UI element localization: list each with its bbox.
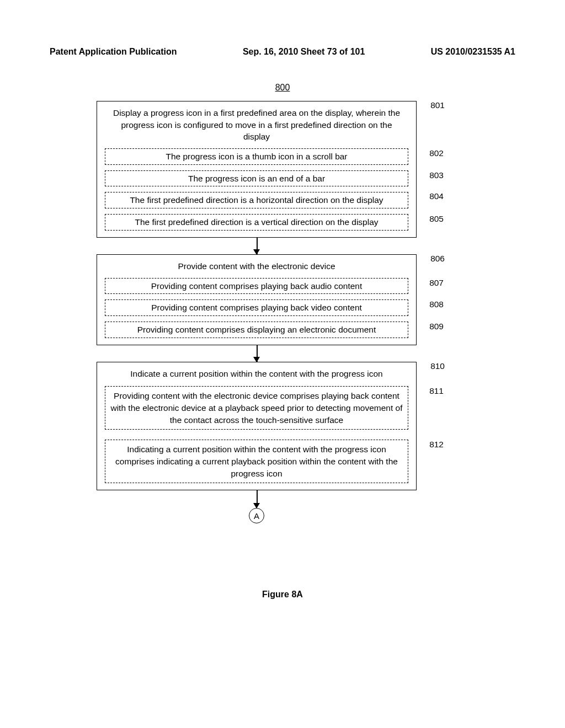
flow-substep-809: Providing content comprises displaying a… <box>105 322 408 338</box>
ref-label-806: 806 <box>430 254 445 264</box>
flow-substep-811: Providing content with the electronic de… <box>105 386 408 430</box>
ref-label-807: 807 <box>429 277 444 289</box>
figure-reference-number: 800 <box>0 83 565 93</box>
flow-substep-805: The first predefined direction is a vert… <box>105 214 408 231</box>
flowchart: 801 Display a progress icon in a first p… <box>97 101 450 523</box>
flow-arrow-icon <box>97 238 417 254</box>
flow-substep-812: Indicating a current position within the… <box>105 440 408 483</box>
ref-label-802: 802 <box>429 147 444 159</box>
flow-substep-803: The progress icon is an end of a bar 803 <box>105 170 408 187</box>
substep-text: Providing content with the electronic de… <box>110 391 402 424</box>
header-left: Patent Application Publication <box>50 47 177 57</box>
ref-label-803: 803 <box>429 169 444 181</box>
arrow-line-icon <box>257 490 258 504</box>
flow-step-810: 810 Indicate a current position within t… <box>97 362 417 491</box>
substep-text: The first predefined direction is a hori… <box>130 195 383 205</box>
ref-label-812: 812 <box>429 438 444 451</box>
ref-label-804: 804 <box>429 190 444 202</box>
flow-connector-a: A <box>97 490 417 523</box>
substep-text: Indicating a current position within the… <box>115 445 398 478</box>
ref-label-810: 810 <box>430 361 445 371</box>
ref-label-808: 808 <box>429 298 444 311</box>
substep-text: The progress icon is a thumb icon in a s… <box>166 152 347 161</box>
flow-arrow-icon <box>97 345 417 362</box>
substep-text: Providing content comprises displaying a… <box>137 325 376 334</box>
step-main-text: Indicate a current position within the c… <box>105 368 408 380</box>
page-header: Patent Application Publication Sep. 16, … <box>0 47 565 57</box>
figure-area: 800 801 Display a progress icon in a fir… <box>0 83 565 599</box>
ref-label-805: 805 <box>429 213 444 225</box>
flow-step-806: 806 Provide content with the electronic … <box>97 254 417 345</box>
connector-circle: A <box>249 508 264 523</box>
flow-substep-802: The progress icon is a thumb icon in a s… <box>105 148 408 165</box>
substep-text: Providing content comprises playing back… <box>151 303 362 312</box>
flow-substep-804: The first predefined direction is a hori… <box>105 192 408 208</box>
substep-text: Providing content comprises playing back… <box>151 281 363 291</box>
flow-step-801: 801 Display a progress icon in a first p… <box>97 101 417 238</box>
header-right: US 2010/0231535 A1 <box>431 47 515 57</box>
ref-label-811: 811 <box>429 385 444 397</box>
substep-text: The progress icon is an end of a bar <box>188 174 325 183</box>
flow-substep-807: Providing content comprises playing back… <box>105 278 408 295</box>
figure-caption: Figure 8A <box>0 590 565 599</box>
step-main-text: Display a progress icon in a first prede… <box>105 107 408 143</box>
ref-label-809: 809 <box>429 320 444 333</box>
flow-substep-808: Providing content comprises playing back… <box>105 299 408 316</box>
substep-text: The first predefined direction is a vert… <box>135 217 378 227</box>
header-center: Sep. 16, 2010 Sheet 73 of 101 <box>243 47 365 57</box>
ref-label-801: 801 <box>430 100 445 110</box>
step-main-text: Provide content with the electronic devi… <box>105 260 408 272</box>
